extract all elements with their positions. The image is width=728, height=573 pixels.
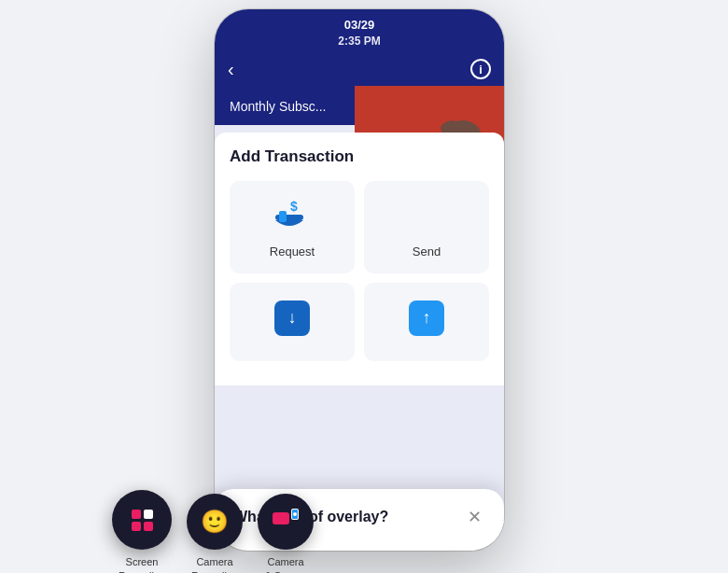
screen-recording-option[interactable]: ScreenRecording [112, 490, 172, 573]
camera-screen-option[interactable]: Camera& Screen [258, 494, 314, 573]
camera-screen-label: Camera& Screen [264, 555, 306, 573]
deposit-icon-box: ↓ [274, 300, 310, 336]
transaction-deposit[interactable]: ↓ [230, 283, 355, 361]
overlay-options: ScreenRecording 🙂 CameraRecording Camera… [112, 490, 314, 573]
main-content: Monthly Subsc... [215, 86, 504, 543]
back-button[interactable]: ‹ [228, 59, 234, 80]
transaction-request[interactable]: $ Request [230, 181, 355, 273]
camera-recording-option[interactable]: 🙂 CameraRecording [187, 494, 243, 573]
request-label: Request [270, 245, 315, 259]
send-label: Send [413, 245, 441, 259]
add-transaction-title: Add Transaction [230, 147, 489, 166]
camera-screen-circle [258, 494, 314, 550]
deposit-icon: ↓ [272, 298, 313, 339]
svg-point-13 [293, 512, 297, 516]
dot-4 [144, 522, 153, 531]
dot-2 [144, 510, 153, 519]
add-transaction-panel: Add Transaction $ Request [215, 133, 504, 385]
screen-recording-circle [112, 490, 172, 550]
camera-screen-icon [271, 507, 301, 537]
monthly-card-title: Monthly Subsc... [230, 99, 327, 114]
screen-recording-label: ScreenRecording [119, 555, 165, 573]
transaction-withdraw[interactable]: ↑ [364, 283, 489, 361]
status-bar: 03/29 2:35 PM [215, 9, 504, 53]
request-icon: $ [272, 196, 313, 237]
svg-rect-10 [273, 512, 289, 524]
screen-rec-icon [130, 508, 155, 533]
svg-text:$: $ [290, 199, 298, 214]
camera-rec-icon: 🙂 [201, 509, 229, 535]
withdraw-icon-box: ↑ [409, 300, 444, 336]
dot-1 [132, 510, 141, 519]
send-icon [406, 196, 447, 237]
camera-recording-circle: 🙂 [187, 494, 243, 550]
nav-bar: ‹ i [215, 53, 504, 86]
status-time: 2:35 PM [215, 34, 504, 49]
status-date: 03/29 [215, 17, 504, 34]
dot-3 [132, 522, 141, 531]
svg-rect-8 [279, 211, 287, 222]
transaction-send[interactable]: Send [364, 181, 489, 273]
phone-frame: 03/29 2:35 PM ‹ i Monthly Subsc... [215, 9, 504, 551]
svg-rect-9 [408, 200, 445, 233]
scene: 03/29 2:35 PM ‹ i Monthly Subsc... [0, 0, 728, 573]
overlay-close-button[interactable]: ✕ [463, 506, 485, 528]
withdraw-icon: ↑ [406, 298, 447, 339]
transaction-grid: $ Request [230, 181, 489, 361]
info-button[interactable]: i [470, 59, 491, 79]
camera-recording-label: CameraRecording [191, 555, 238, 573]
